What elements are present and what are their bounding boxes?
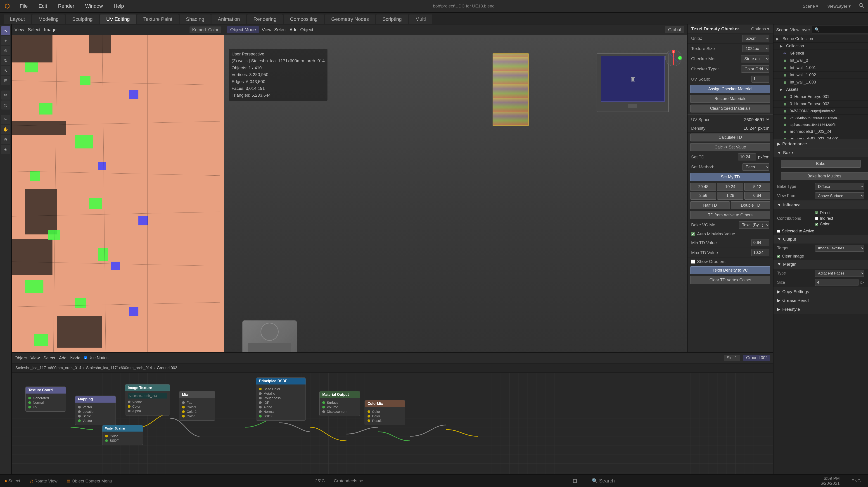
outliner-item-humanembryo-001[interactable]: ◼ 0_HumanEmbryo.001 <box>773 93 868 101</box>
tab-geometry-nodes[interactable]: Geometry Nodes <box>325 15 375 24</box>
menu-window[interactable]: Window <box>80 0 108 12</box>
viewport-select-btn[interactable]: Select <box>274 27 287 32</box>
bake-type-dropdown[interactable]: DiffuseCombinedNormal <box>815 183 864 190</box>
tool-pinch[interactable]: ◈ <box>1 145 10 154</box>
clear-image-checkbox[interactable] <box>777 255 780 258</box>
tool-rotate[interactable]: ↻ <box>1 56 10 65</box>
td-half-td-btn[interactable]: Half TD <box>690 201 730 209</box>
tool-uv-rip[interactable]: ✂ <box>1 115 10 124</box>
color-checkbox[interactable] <box>815 223 818 226</box>
margin-type-dropdown[interactable]: Adjacent Faces <box>815 270 864 277</box>
uv-mode-display[interactable]: Komod_Color <box>189 27 221 33</box>
node-graph[interactable]: Texture Coord Generated Normal UV Mappin… <box>12 373 773 474</box>
node-water-scatter[interactable]: Water Scatter Color BSDF <box>102 425 143 445</box>
use-nodes-checkbox[interactable] <box>84 356 87 360</box>
tab-rendering[interactable]: Rendering <box>247 15 283 24</box>
tab-sculpting[interactable]: Sculpting <box>66 15 99 24</box>
outliner-item-gpencil[interactable]: ✏ GPencil <box>773 50 868 57</box>
td-set-method-dropdown[interactable]: EachActive <box>742 163 769 171</box>
viewport-add-btn[interactable]: Add <box>289 27 298 32</box>
td-texture-size-dropdown[interactable]: 1024px512px2048px4096px <box>742 45 769 52</box>
tool-annotate[interactable]: ✏ <box>1 90 10 99</box>
tab-shading[interactable]: Shading <box>180 15 211 24</box>
node-tex-coord[interactable]: Texture Coord Generated Normal UV <box>25 386 66 412</box>
outliner-item-humanembryo-003[interactable]: ◼ 0_HumanEmbryo.003 <box>773 101 868 108</box>
outliner-item-archmodels-24[interactable]: ◼ archmodels67_023_24 <box>773 128 868 135</box>
menu-render[interactable]: Render <box>53 0 80 12</box>
node-principled-bsdf[interactable]: Principled BSDF Base Color Metallic Roug… <box>256 377 306 421</box>
menu-file[interactable]: File <box>14 0 33 12</box>
view-from-dropdown[interactable]: Above Surface <box>815 192 864 199</box>
td-texel-to-vc-btn[interactable]: Texel Density to VC <box>690 266 770 274</box>
uv-view-btn[interactable]: View <box>14 27 24 32</box>
search-btn[interactable]: 🔍 Search <box>589 478 618 484</box>
td-preset-2-56[interactable]: 2.56 <box>690 192 716 200</box>
selected-to-active-checkbox[interactable] <box>777 230 780 233</box>
td-max-input[interactable] <box>751 249 769 256</box>
freestyle-section[interactable]: ▶ Freestyle <box>773 305 868 314</box>
outliner-item-int-wall-0[interactable]: ◼ Int_wall_0 <box>773 57 868 64</box>
td-clear-stored-btn[interactable]: Clear Stored Materials <box>690 105 770 112</box>
outliner-item-bacon[interactable]: ◼ 04BACON-1-superjumbo-v2 <box>773 108 868 115</box>
td-clear-vertex-btn[interactable]: Clear TD Vertex Colors <box>690 276 770 284</box>
tool-scale[interactable]: ⤡ <box>1 66 10 75</box>
td-uv-scale-input[interactable] <box>751 76 769 83</box>
viewport-mode-btn[interactable]: Object Mode <box>227 26 259 33</box>
target-dropdown[interactable]: Image Textures <box>815 245 864 252</box>
td-assign-checker-btn[interactable]: Assign Checker Material <box>690 85 770 93</box>
copy-settings-section[interactable]: ▶ Copy Settings <box>773 287 868 296</box>
outliner-search[interactable] <box>812 26 868 34</box>
margin-header[interactable]: ▼ Margin <box>773 260 868 268</box>
td-preset-10-24[interactable]: 10.24 <box>717 183 743 191</box>
td-show-gradient-checkbox[interactable] <box>691 260 695 264</box>
td-preset-1-28[interactable]: 1.28 <box>717 192 743 200</box>
td-preset-0-64[interactable]: 0.64 <box>744 192 770 200</box>
tool-relax[interactable]: ≋ <box>1 135 10 144</box>
windows-start[interactable]: ⊞ <box>570 478 580 484</box>
uv-select-btn[interactable]: Select <box>28 27 40 32</box>
outliner-item-assets[interactable]: ▶ Assets <box>773 86 868 93</box>
node-node-btn[interactable]: Node <box>70 355 80 361</box>
outliner-item-int-wall-1-002[interactable]: ◼ Int_wall_1.002 <box>773 71 868 79</box>
tab-scripting[interactable]: Scripting <box>376 15 408 24</box>
search-icon[interactable] <box>855 3 868 9</box>
td-auto-minmax-checkbox[interactable] <box>691 232 695 236</box>
td-calc-set-btn[interactable]: Calc -> Set Value <box>690 143 770 151</box>
tab-layout[interactable]: Layout <box>4 15 31 24</box>
node-object-btn[interactable]: Object <box>14 355 27 361</box>
td-min-input[interactable] <box>751 239 769 246</box>
td-set-my-td-btn[interactable]: Set My TD <box>690 173 770 181</box>
node-color-mix[interactable]: ColorMix Color Color Result <box>365 400 405 425</box>
outliner-item-int-wall-1-001[interactable]: ◼ Int_wall_1.001 <box>773 64 868 71</box>
td-checker-mat-dropdown[interactable]: Store an... <box>741 55 769 62</box>
bake-from-multires-btn[interactable]: Bake from Multires <box>781 172 868 180</box>
node-image-texture[interactable]: Image Texture Stoleshn...oreh_014 Vector… <box>125 384 170 416</box>
tab-uv-editing[interactable]: UV Editing <box>100 15 136 24</box>
outliner-item-scene-collection[interactable]: ▶ Scene Collection <box>773 35 868 42</box>
td-checker-type-dropdown[interactable]: Color GridUV Grid <box>741 65 769 73</box>
node-material-output[interactable]: Material Output Surface Volume Displacem… <box>319 391 360 416</box>
td-preset-5-12[interactable]: 5.12 <box>744 183 770 191</box>
node-mix[interactable]: Mix Fac Color1 Color2 Color <box>179 391 215 421</box>
tool-grab[interactable]: ✋ <box>1 125 10 134</box>
menu-edit[interactable]: Edit <box>33 0 53 12</box>
breadcrumb-part3[interactable]: Ground.002 <box>157 366 177 370</box>
breadcrumb-part1[interactable]: Stoleshn_ica_1171x600mm_oreh_014 <box>16 366 81 370</box>
node-mapping[interactable]: Mapping Vector Location Scale Vector <box>75 396 116 425</box>
performance-header[interactable]: ▶ Performance <box>773 139 868 148</box>
bake-btn[interactable]: Bake <box>781 160 861 168</box>
indirect-checkbox[interactable] <box>815 217 818 220</box>
uv-image-btn[interactable]: Image <box>44 27 57 32</box>
node-select-btn[interactable]: Select <box>43 355 55 361</box>
viewport-global-btn[interactable]: Global <box>665 26 684 33</box>
tool-move[interactable]: ⊕ <box>1 46 10 55</box>
direct-checkbox[interactable] <box>815 211 818 214</box>
outliner-item-2698[interactable]: ◼ 2698d4d559637605008e1d63a... <box>773 115 868 121</box>
td-options-btn[interactable]: Options ▾ <box>751 26 769 31</box>
td-restore-materials-btn[interactable]: Restore Materials <box>690 95 770 103</box>
output-header[interactable]: ▼ Output <box>773 235 868 244</box>
outliner-item-archmodels-24-001[interactable]: ◼ archmodels67_023_24.001 <box>773 135 868 139</box>
node-add-btn[interactable]: Add <box>59 355 67 361</box>
tool-transform[interactable]: ⊞ <box>1 76 10 85</box>
tool-cursor[interactable]: + <box>1 36 10 45</box>
